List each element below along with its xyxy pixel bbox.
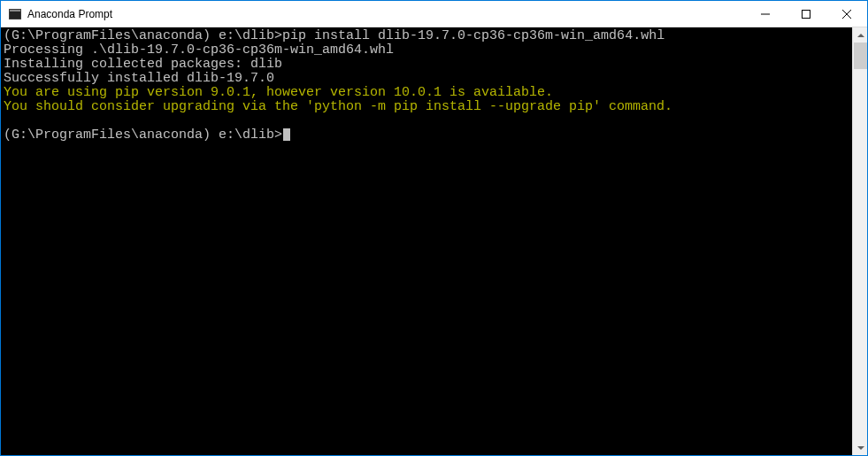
svg-rect-3 xyxy=(803,10,810,18)
terminal-output[interactable]: (G:\ProgramFiles\anaconda) e:\dlib>pip i… xyxy=(1,27,852,455)
warning-line: You are using pip version 9.0.1, however… xyxy=(4,85,553,100)
svg-marker-6 xyxy=(857,34,864,37)
window-controls xyxy=(745,1,867,27)
cursor xyxy=(283,128,290,141)
svg-marker-7 xyxy=(857,446,864,450)
close-button[interactable] xyxy=(826,1,867,27)
output-line: Installing collected packages: dlib xyxy=(4,57,282,72)
titlebar: Anaconda Prompt xyxy=(1,1,867,27)
prompt-line: (G:\ProgramFiles\anaconda) e:\dlib> xyxy=(4,128,282,143)
command-text: pip install dlib-19.7.0-cp36-cp36m-win_a… xyxy=(282,28,664,43)
app-icon xyxy=(8,7,22,21)
output-line: Processing .\dlib-19.7.0-cp36-cp36m-win_… xyxy=(4,43,394,58)
svg-rect-1 xyxy=(10,10,20,12)
terminal-container: (G:\ProgramFiles\anaconda) e:\dlib>pip i… xyxy=(1,27,867,455)
output-line: Successfully installed dlib-19.7.0 xyxy=(4,71,274,86)
prompt-line: (G:\ProgramFiles\anaconda) e:\dlib> xyxy=(4,28,282,43)
scroll-up-icon[interactable] xyxy=(853,27,868,43)
warning-line: You should consider upgrading via the 'p… xyxy=(4,99,672,114)
scrollbar[interactable] xyxy=(852,27,867,455)
window-title: Anaconda Prompt xyxy=(27,8,745,20)
scroll-thumb[interactable] xyxy=(854,43,867,69)
scroll-down-icon[interactable] xyxy=(853,440,868,455)
maximize-button[interactable] xyxy=(786,1,826,27)
minimize-button[interactable] xyxy=(745,1,786,27)
